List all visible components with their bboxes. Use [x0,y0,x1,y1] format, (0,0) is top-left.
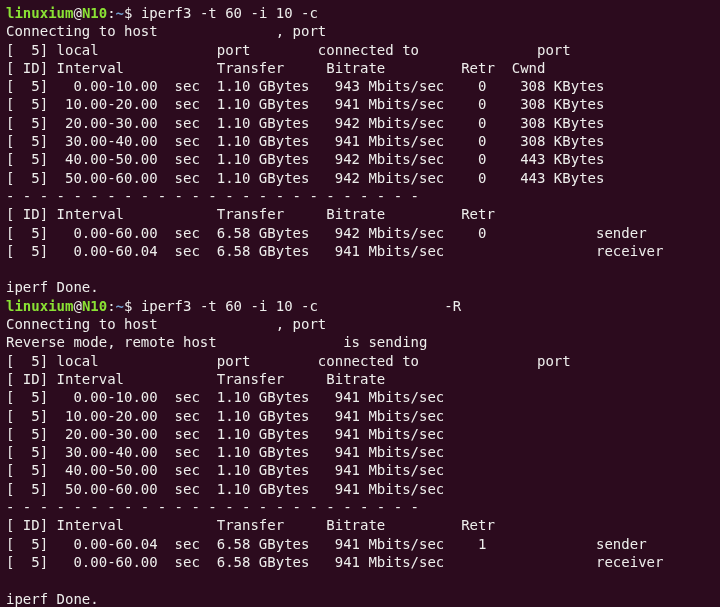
output-header: [ ID] Interval Transfer Bitrate Retr [6,206,495,222]
output-line: Reverse mode, remote host is sending [6,334,427,350]
command-line-1: iperf3 -t 60 -i 10 -c [141,5,318,21]
prompt-at: @ [73,298,81,314]
output-separator: - - - - - - - - - - - - - - - - - - - - … [6,499,419,515]
output-row: [ 5] 0.00-10.00 sec 1.10 GBytes 941 Mbit… [6,389,444,405]
output-header: [ ID] Interval Transfer Bitrate Retr Cwn… [6,60,545,76]
prompt-user: linuxium [6,5,73,21]
command-line-2: iperf3 -t 60 -i 10 -c -R [141,298,461,314]
output-summary-receiver: [ 5] 0.00-60.00 sec 6.58 GBytes 941 Mbit… [6,554,663,570]
output-separator: - - - - - - - - - - - - - - - - - - - - … [6,188,419,204]
prompt-path: ~ [116,298,124,314]
prompt-user: linuxium [6,298,73,314]
prompt-host: N10 [82,5,107,21]
output-row: [ 5] 50.00-60.00 sec 1.10 GBytes 941 Mbi… [6,481,444,497]
output-summary-sender: [ 5] 0.00-60.00 sec 6.58 GBytes 942 Mbit… [6,225,647,241]
prompt-dollar: $ [124,298,141,314]
output-line: Connecting to host , port [6,316,326,332]
prompt-dollar: $ [124,5,141,21]
output-row: [ 5] 10.00-20.00 sec 1.10 GBytes 941 Mbi… [6,408,444,424]
output-row: [ 5] 30.00-40.00 sec 1.10 GBytes 941 Mbi… [6,444,444,460]
output-row: [ 5] 0.00-10.00 sec 1.10 GBytes 943 Mbit… [6,78,604,94]
output-row: [ 5] 10.00-20.00 sec 1.10 GBytes 941 Mbi… [6,96,604,112]
terminal-window[interactable]: linuxium@N10:~$ iperf3 -t 60 -i 10 -c Co… [0,0,720,607]
output-row: [ 5] 40.00-50.00 sec 1.10 GBytes 942 Mbi… [6,151,604,167]
output-done: iperf Done. [6,279,99,295]
output-row: [ 5] 30.00-40.00 sec 1.10 GBytes 941 Mbi… [6,133,604,149]
output-summary-sender: [ 5] 0.00-60.04 sec 6.58 GBytes 941 Mbit… [6,536,647,552]
prompt-at: @ [73,5,81,21]
output-done: iperf Done. [6,591,99,607]
output-line: Connecting to host , port [6,23,326,39]
prompt-colon: : [107,5,115,21]
output-row: [ 5] 20.00-30.00 sec 1.10 GBytes 942 Mbi… [6,115,604,131]
output-header: [ ID] Interval Transfer Bitrate [6,371,385,387]
output-summary-receiver: [ 5] 0.00-60.04 sec 6.58 GBytes 941 Mbit… [6,243,663,259]
output-header: [ ID] Interval Transfer Bitrate Retr [6,517,495,533]
output-line: [ 5] local port connected to port [6,42,571,58]
prompt-host: N10 [82,298,107,314]
output-row: [ 5] 40.00-50.00 sec 1.10 GBytes 941 Mbi… [6,462,444,478]
output-row: [ 5] 50.00-60.00 sec 1.10 GBytes 942 Mbi… [6,170,604,186]
output-line: [ 5] local port connected to port [6,353,571,369]
prompt-path: ~ [116,5,124,21]
prompt-colon: : [107,298,115,314]
output-row: [ 5] 20.00-30.00 sec 1.10 GBytes 941 Mbi… [6,426,444,442]
